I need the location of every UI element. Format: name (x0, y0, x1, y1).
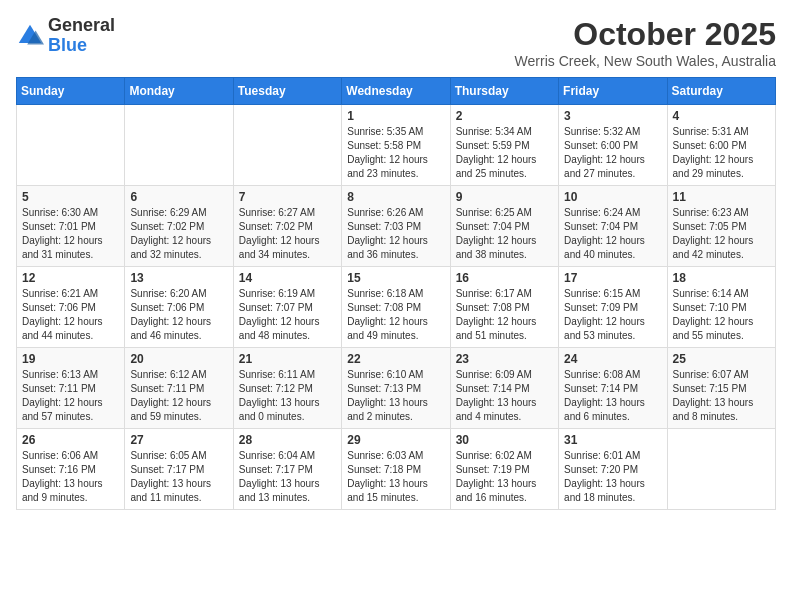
day-info: Sunrise: 5:35 AM Sunset: 5:58 PM Dayligh… (347, 125, 444, 181)
calendar-cell: 25Sunrise: 6:07 AM Sunset: 7:15 PM Dayli… (667, 348, 775, 429)
calendar-cell: 4Sunrise: 5:31 AM Sunset: 6:00 PM Daylig… (667, 105, 775, 186)
day-number: 5 (22, 190, 119, 204)
weekday-header-row: SundayMondayTuesdayWednesdayThursdayFrid… (17, 78, 776, 105)
calendar-cell: 22Sunrise: 6:10 AM Sunset: 7:13 PM Dayli… (342, 348, 450, 429)
day-info: Sunrise: 6:24 AM Sunset: 7:04 PM Dayligh… (564, 206, 661, 262)
calendar-week-4: 19Sunrise: 6:13 AM Sunset: 7:11 PM Dayli… (17, 348, 776, 429)
weekday-header-friday: Friday (559, 78, 667, 105)
calendar-week-1: 1Sunrise: 5:35 AM Sunset: 5:58 PM Daylig… (17, 105, 776, 186)
calendar-cell: 19Sunrise: 6:13 AM Sunset: 7:11 PM Dayli… (17, 348, 125, 429)
calendar-cell: 30Sunrise: 6:02 AM Sunset: 7:19 PM Dayli… (450, 429, 558, 510)
calendar-cell: 21Sunrise: 6:11 AM Sunset: 7:12 PM Dayli… (233, 348, 341, 429)
day-info: Sunrise: 5:31 AM Sunset: 6:00 PM Dayligh… (673, 125, 770, 181)
day-number: 24 (564, 352, 661, 366)
calendar-cell: 11Sunrise: 6:23 AM Sunset: 7:05 PM Dayli… (667, 186, 775, 267)
day-info: Sunrise: 6:06 AM Sunset: 7:16 PM Dayligh… (22, 449, 119, 505)
day-number: 30 (456, 433, 553, 447)
calendar-cell: 9Sunrise: 6:25 AM Sunset: 7:04 PM Daylig… (450, 186, 558, 267)
logo-line1: General (48, 16, 115, 36)
day-number: 26 (22, 433, 119, 447)
day-number: 14 (239, 271, 336, 285)
weekday-header-sunday: Sunday (17, 78, 125, 105)
day-info: Sunrise: 6:30 AM Sunset: 7:01 PM Dayligh… (22, 206, 119, 262)
day-info: Sunrise: 6:21 AM Sunset: 7:06 PM Dayligh… (22, 287, 119, 343)
day-number: 10 (564, 190, 661, 204)
calendar-cell: 15Sunrise: 6:18 AM Sunset: 7:08 PM Dayli… (342, 267, 450, 348)
day-info: Sunrise: 6:29 AM Sunset: 7:02 PM Dayligh… (130, 206, 227, 262)
page-header: General Blue October 2025 Werris Creek, … (16, 16, 776, 69)
day-number: 31 (564, 433, 661, 447)
day-info: Sunrise: 6:18 AM Sunset: 7:08 PM Dayligh… (347, 287, 444, 343)
day-number: 9 (456, 190, 553, 204)
logo: General Blue (16, 16, 115, 56)
logo-icon (16, 22, 44, 50)
day-info: Sunrise: 6:10 AM Sunset: 7:13 PM Dayligh… (347, 368, 444, 424)
day-number: 27 (130, 433, 227, 447)
day-number: 20 (130, 352, 227, 366)
day-number: 12 (22, 271, 119, 285)
day-info: Sunrise: 6:20 AM Sunset: 7:06 PM Dayligh… (130, 287, 227, 343)
day-number: 23 (456, 352, 553, 366)
day-info: Sunrise: 6:08 AM Sunset: 7:14 PM Dayligh… (564, 368, 661, 424)
day-number: 21 (239, 352, 336, 366)
day-number: 16 (456, 271, 553, 285)
calendar-cell (233, 105, 341, 186)
day-info: Sunrise: 6:14 AM Sunset: 7:10 PM Dayligh… (673, 287, 770, 343)
day-info: Sunrise: 6:04 AM Sunset: 7:17 PM Dayligh… (239, 449, 336, 505)
day-info: Sunrise: 6:13 AM Sunset: 7:11 PM Dayligh… (22, 368, 119, 424)
day-info: Sunrise: 6:12 AM Sunset: 7:11 PM Dayligh… (130, 368, 227, 424)
day-info: Sunrise: 5:32 AM Sunset: 6:00 PM Dayligh… (564, 125, 661, 181)
calendar-cell (17, 105, 125, 186)
calendar-cell: 29Sunrise: 6:03 AM Sunset: 7:18 PM Dayli… (342, 429, 450, 510)
calendar-cell: 18Sunrise: 6:14 AM Sunset: 7:10 PM Dayli… (667, 267, 775, 348)
calendar-cell (667, 429, 775, 510)
calendar-cell: 23Sunrise: 6:09 AM Sunset: 7:14 PM Dayli… (450, 348, 558, 429)
day-number: 29 (347, 433, 444, 447)
title-block: October 2025 Werris Creek, New South Wal… (515, 16, 776, 69)
day-number: 15 (347, 271, 444, 285)
calendar-week-2: 5Sunrise: 6:30 AM Sunset: 7:01 PM Daylig… (17, 186, 776, 267)
calendar-cell: 5Sunrise: 6:30 AM Sunset: 7:01 PM Daylig… (17, 186, 125, 267)
day-info: Sunrise: 6:02 AM Sunset: 7:19 PM Dayligh… (456, 449, 553, 505)
calendar-cell: 3Sunrise: 5:32 AM Sunset: 6:00 PM Daylig… (559, 105, 667, 186)
calendar-cell: 8Sunrise: 6:26 AM Sunset: 7:03 PM Daylig… (342, 186, 450, 267)
calendar-cell: 16Sunrise: 6:17 AM Sunset: 7:08 PM Dayli… (450, 267, 558, 348)
calendar-cell: 13Sunrise: 6:20 AM Sunset: 7:06 PM Dayli… (125, 267, 233, 348)
day-number: 11 (673, 190, 770, 204)
day-number: 19 (22, 352, 119, 366)
day-number: 6 (130, 190, 227, 204)
day-number: 7 (239, 190, 336, 204)
calendar-cell: 27Sunrise: 6:05 AM Sunset: 7:17 PM Dayli… (125, 429, 233, 510)
day-number: 13 (130, 271, 227, 285)
day-info: Sunrise: 6:05 AM Sunset: 7:17 PM Dayligh… (130, 449, 227, 505)
day-info: Sunrise: 6:27 AM Sunset: 7:02 PM Dayligh… (239, 206, 336, 262)
day-info: Sunrise: 6:25 AM Sunset: 7:04 PM Dayligh… (456, 206, 553, 262)
calendar-cell: 17Sunrise: 6:15 AM Sunset: 7:09 PM Dayli… (559, 267, 667, 348)
calendar-cell: 31Sunrise: 6:01 AM Sunset: 7:20 PM Dayli… (559, 429, 667, 510)
calendar-cell: 10Sunrise: 6:24 AM Sunset: 7:04 PM Dayli… (559, 186, 667, 267)
day-number: 22 (347, 352, 444, 366)
weekday-header-monday: Monday (125, 78, 233, 105)
calendar-cell: 14Sunrise: 6:19 AM Sunset: 7:07 PM Dayli… (233, 267, 341, 348)
day-info: Sunrise: 6:01 AM Sunset: 7:20 PM Dayligh… (564, 449, 661, 505)
calendar-cell: 24Sunrise: 6:08 AM Sunset: 7:14 PM Dayli… (559, 348, 667, 429)
day-info: Sunrise: 6:03 AM Sunset: 7:18 PM Dayligh… (347, 449, 444, 505)
weekday-header-thursday: Thursday (450, 78, 558, 105)
calendar-table: SundayMondayTuesdayWednesdayThursdayFrid… (16, 77, 776, 510)
day-number: 25 (673, 352, 770, 366)
day-info: Sunrise: 6:19 AM Sunset: 7:07 PM Dayligh… (239, 287, 336, 343)
day-number: 18 (673, 271, 770, 285)
calendar-week-5: 26Sunrise: 6:06 AM Sunset: 7:16 PM Dayli… (17, 429, 776, 510)
day-info: Sunrise: 6:17 AM Sunset: 7:08 PM Dayligh… (456, 287, 553, 343)
day-info: Sunrise: 6:11 AM Sunset: 7:12 PM Dayligh… (239, 368, 336, 424)
calendar-cell: 1Sunrise: 5:35 AM Sunset: 5:58 PM Daylig… (342, 105, 450, 186)
weekday-header-saturday: Saturday (667, 78, 775, 105)
weekday-header-tuesday: Tuesday (233, 78, 341, 105)
month-title: October 2025 (515, 16, 776, 53)
day-number: 2 (456, 109, 553, 123)
day-number: 3 (564, 109, 661, 123)
day-info: Sunrise: 6:23 AM Sunset: 7:05 PM Dayligh… (673, 206, 770, 262)
day-info: Sunrise: 6:15 AM Sunset: 7:09 PM Dayligh… (564, 287, 661, 343)
calendar-cell: 12Sunrise: 6:21 AM Sunset: 7:06 PM Dayli… (17, 267, 125, 348)
logo-line2: Blue (48, 36, 115, 56)
